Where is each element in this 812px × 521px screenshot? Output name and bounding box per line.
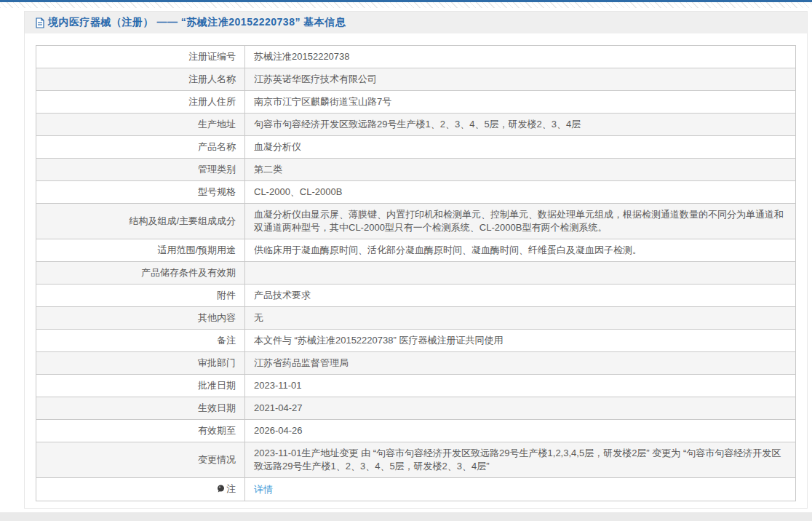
field-label-text: 有效期至 bbox=[198, 425, 236, 436]
field-label: 其他内容 bbox=[36, 307, 245, 330]
table-row: 备注本文件与 “苏械注准20152220738” 医疗器械注册证共同使用 bbox=[36, 330, 796, 352]
table-row: 型号规格CL-2000、CL-2000B bbox=[36, 181, 796, 204]
decorative-stripe-band bbox=[0, 2, 812, 8]
field-label-text: 审批部门 bbox=[198, 357, 236, 368]
table-row: 注详情 bbox=[36, 478, 796, 501]
table-row: 注册证编号苏械注准20152220738 bbox=[36, 46, 796, 68]
table-row: 有效期至2026-04-26 bbox=[36, 420, 796, 442]
field-label: 备注 bbox=[36, 330, 245, 352]
table-row: 附件产品技术要求 bbox=[36, 285, 796, 307]
field-label: 注册人住所 bbox=[36, 91, 245, 114]
field-label: 管理类别 bbox=[36, 159, 245, 181]
field-value: 本文件与 “苏械注准20152220738” 医疗器械注册证共同使用 bbox=[245, 330, 796, 352]
registration-info-panel: 境内医疗器械（注册） —— “苏械注准20152220738” 基本信息 注册证… bbox=[24, 11, 808, 509]
table-row: 审批部门江苏省药品监督管理局 bbox=[36, 352, 796, 375]
table-row: 产品储存条件及有效期 bbox=[36, 262, 796, 285]
field-value: 产品技术要求 bbox=[245, 285, 796, 307]
field-value: 2023-11-01生产地址变更 由 “句容市句容经济开发区致远路29号生产楼1… bbox=[245, 442, 796, 478]
field-label: 注册证编号 bbox=[36, 46, 245, 68]
field-value-text: 2026-04-26 bbox=[254, 425, 303, 436]
table-row: 管理类别第二类 bbox=[36, 159, 796, 181]
field-label-text: 管理类别 bbox=[198, 164, 236, 175]
field-label: 生产地址 bbox=[36, 114, 245, 136]
field-value-text: 江苏省药品监督管理局 bbox=[254, 357, 349, 368]
field-label-text: 适用范围/预期用途 bbox=[157, 244, 236, 255]
field-value-text: 供临床用于凝血酶原时间、活化部分凝血酶原时间、凝血酶时间、纤维蛋白及凝血因子检测… bbox=[254, 244, 642, 255]
field-value: 江苏英诺华医疗技术有限公司 bbox=[245, 68, 796, 91]
field-value: 2021-04-27 bbox=[245, 397, 796, 420]
field-label-text: 生产地址 bbox=[198, 119, 236, 130]
table-row: 产品名称血凝分析仪 bbox=[36, 136, 796, 159]
panel-header: 境内医疗器械（注册） —— “苏械注准20152220738” 基本信息 bbox=[25, 12, 807, 33]
table-row: 注册人住所南京市江宁区麒麟街道宝山路7号 bbox=[36, 91, 796, 114]
field-label-text: 附件 bbox=[217, 290, 236, 301]
table-row: 结构及组成/主要组成成分血凝分析仪由显示屏、薄膜键、内置打印机和检测单元、控制单… bbox=[36, 204, 796, 239]
field-value-text: CL-2000、CL-2000B bbox=[254, 186, 342, 197]
table-row: 其他内容无 bbox=[36, 307, 796, 330]
field-label-text: 注 bbox=[226, 483, 236, 494]
field-label-text: 注册人住所 bbox=[188, 96, 236, 107]
field-label-text: 备注 bbox=[217, 335, 236, 346]
field-label: 产品名称 bbox=[36, 136, 245, 159]
field-value: 江苏省药品监督管理局 bbox=[245, 352, 796, 375]
field-value: 无 bbox=[245, 307, 796, 330]
field-value: 2026-04-26 bbox=[245, 420, 796, 442]
field-value: 南京市江宁区麒麟街道宝山路7号 bbox=[245, 91, 796, 114]
field-value bbox=[245, 262, 796, 285]
field-label-text: 型号规格 bbox=[198, 186, 236, 197]
field-label-text: 其他内容 bbox=[198, 312, 236, 323]
field-value: 血凝分析仪 bbox=[245, 136, 796, 159]
field-value-text: 苏械注准20152220738 bbox=[254, 51, 350, 62]
field-label-text: 生效日期 bbox=[198, 402, 236, 413]
field-value-text: 血凝分析仪由显示屏、薄膜键、内置打印机和检测单元、控制单元、数据处理单元组成，根… bbox=[254, 209, 784, 233]
table-row: 批准日期2023-11-01 bbox=[36, 375, 796, 397]
field-label: 审批部门 bbox=[36, 352, 245, 375]
field-label: 变更情况 bbox=[36, 442, 245, 478]
field-label: 有效期至 bbox=[36, 420, 245, 442]
field-value-text: 句容市句容经济开发区致远路29号生产楼1、2、3、4、5层，研发楼2、3、4层 bbox=[254, 119, 581, 130]
field-label: 批准日期 bbox=[36, 375, 245, 397]
field-value: 供临床用于凝血酶原时间、活化部分凝血酶原时间、凝血酶时间、纤维蛋白及凝血因子检测… bbox=[245, 239, 796, 262]
field-value-text: 无 bbox=[254, 312, 263, 323]
field-value: CL-2000、CL-2000B bbox=[245, 181, 796, 204]
field-label: 注册人名称 bbox=[36, 68, 245, 91]
field-label-text: 产品储存条件及有效期 bbox=[141, 267, 236, 278]
field-value-text: 产品技术要求 bbox=[254, 290, 311, 301]
field-label-text: 注册人名称 bbox=[188, 73, 236, 84]
table-row: 生产地址句容市句容经济开发区致远路29号生产楼1、2、3、4、5层，研发楼2、3… bbox=[36, 114, 796, 136]
field-value-text: 本文件与 “苏械注准20152220738” 医疗器械注册证共同使用 bbox=[254, 335, 503, 346]
field-value-text: 江苏英诺华医疗技术有限公司 bbox=[254, 73, 377, 84]
field-label: 适用范围/预期用途 bbox=[36, 239, 245, 262]
document-icon bbox=[35, 17, 45, 28]
note-icon bbox=[217, 483, 225, 496]
field-label: 注 bbox=[36, 478, 245, 501]
field-value-text: 南京市江宁区麒麟街道宝山路7号 bbox=[254, 96, 391, 107]
page-title: 境内医疗器械（注册） —— “苏械注准20152220738” 基本信息 bbox=[48, 16, 346, 29]
field-value-text: 2023-11-01生产地址变更 由 “句容市句容经济开发区致远路29号生产楼1… bbox=[254, 448, 781, 472]
table-row: 生效日期2021-04-27 bbox=[36, 397, 796, 420]
field-label-text: 注册证编号 bbox=[188, 51, 236, 62]
field-value: 句容市句容经济开发区致远路29号生产楼1、2、3、4、5层，研发楼2、3、4层 bbox=[245, 114, 796, 136]
field-label-text: 结构及组成/主要组成成分 bbox=[129, 215, 236, 226]
field-label: 产品储存条件及有效期 bbox=[36, 262, 245, 285]
field-value: 详情 bbox=[245, 478, 796, 501]
field-label: 生效日期 bbox=[36, 397, 245, 420]
field-label: 附件 bbox=[36, 285, 245, 307]
field-label-text: 产品名称 bbox=[198, 141, 236, 152]
field-value-text: 2021-04-27 bbox=[254, 402, 303, 413]
field-value: 苏械注准20152220738 bbox=[245, 46, 796, 68]
field-value-text: 第二类 bbox=[254, 164, 282, 175]
field-label-text: 变更情况 bbox=[198, 454, 236, 465]
field-label: 结构及组成/主要组成成分 bbox=[36, 204, 245, 239]
field-value-text: 2023-11-01 bbox=[254, 380, 302, 391]
table-row: 变更情况2023-11-01生产地址变更 由 “句容市句容经济开发区致远路29号… bbox=[36, 442, 796, 478]
registration-info-table: 注册证编号苏械注准20152220738注册人名称江苏英诺华医疗技术有限公司注册… bbox=[36, 45, 796, 501]
table-row: 适用范围/预期用途供临床用于凝血酶原时间、活化部分凝血酶原时间、凝血酶时间、纤维… bbox=[36, 239, 796, 262]
field-value: 血凝分析仪由显示屏、薄膜键、内置打印机和检测单元、控制单元、数据处理单元组成，根… bbox=[245, 204, 796, 239]
field-label-text: 批准日期 bbox=[198, 380, 236, 391]
detail-link[interactable]: 详情 bbox=[254, 484, 273, 495]
field-value-text: 血凝分析仪 bbox=[254, 141, 301, 152]
field-value: 2023-11-01 bbox=[245, 375, 796, 397]
field-label: 型号规格 bbox=[36, 181, 245, 204]
table-row: 注册人名称江苏英诺华医疗技术有限公司 bbox=[36, 68, 796, 91]
